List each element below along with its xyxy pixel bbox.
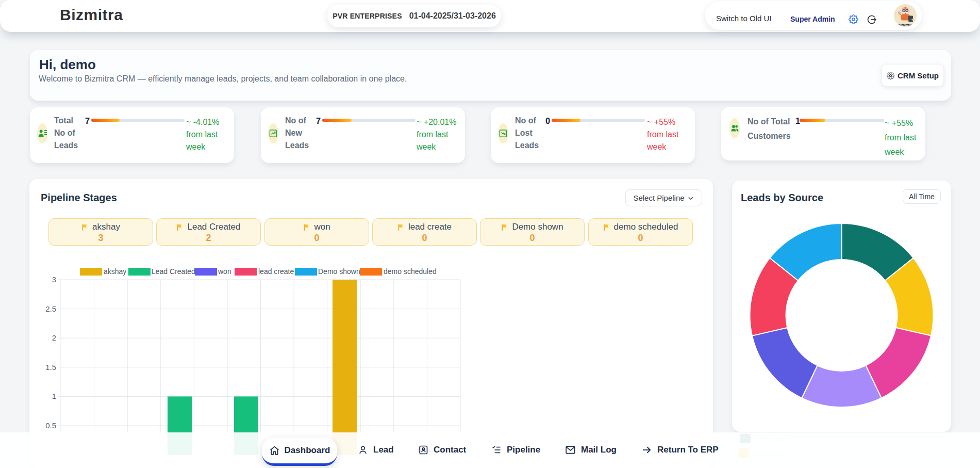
svg-text:1.5: 1.5 — [45, 363, 56, 372]
svg-text:1: 1 — [52, 392, 56, 400]
svg-text:2.5: 2.5 — [45, 304, 56, 313]
svg-text:0.5: 0.5 — [45, 421, 56, 430]
svg-text:3: 3 — [52, 275, 56, 284]
svg-text:2: 2 — [52, 333, 56, 342]
